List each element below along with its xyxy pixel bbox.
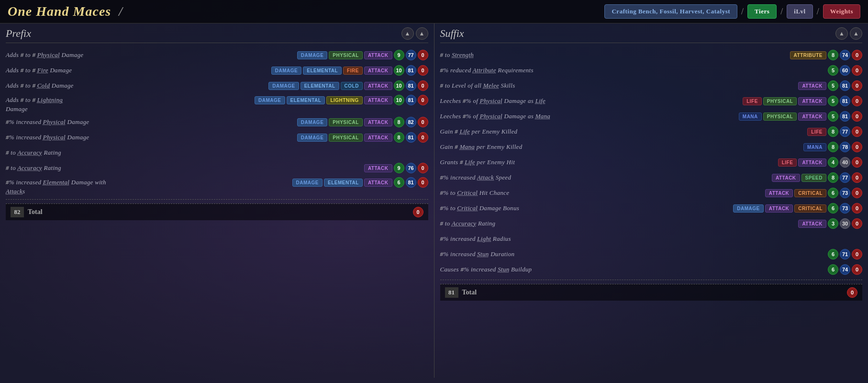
- mod-row[interactable]: # to Strength ATTRIBUTE 8740: [440, 48, 863, 62]
- tier-circle: 5: [828, 65, 838, 76]
- ilvl-circle: 40: [840, 157, 850, 168]
- tag-elemental: ELEMENTAL: [324, 179, 363, 187]
- mod-tags: DAMAGEELEMENTALLIGHTNINGATTACK: [255, 96, 392, 104]
- mod-name: # to Strength: [440, 51, 786, 59]
- mod-row[interactable]: Adds # to # Cold Damage DAMAGEELEMENTALC…: [6, 79, 428, 93]
- mod-row[interactable]: Causes #% increased Stun Buildup 6740: [440, 262, 863, 277]
- mod-name: #% increased Light Radius: [440, 235, 859, 243]
- zero-circle: 0: [852, 172, 862, 183]
- mod-row[interactable]: # to Accuracy Rating ATTACK 9760: [6, 161, 428, 175]
- mod-tags: LIFEPHYSICALATTACK: [743, 97, 826, 105]
- crafting-button[interactable]: Crafting Bench, Fossil, Harvest, Catalys…: [604, 4, 737, 19]
- tag-mana: MANA: [803, 143, 826, 151]
- mod-name: Gain # Mana per Enemy Killed: [440, 143, 800, 151]
- tag-attack: ATTACK: [798, 158, 826, 167]
- mod-row[interactable]: #% to Critical Damage Bonus DAMAGEATTACK…: [440, 201, 863, 215]
- tag-speed: SPEED: [801, 174, 826, 182]
- zero-circle: 0: [852, 249, 862, 259]
- mod-row[interactable]: #% increased Elemental Damage with DAMAG…: [6, 176, 428, 196]
- tag-damage: DAMAGE: [297, 118, 327, 126]
- mod-name: # to Level of all Melee Skills: [440, 82, 795, 90]
- mod-row[interactable]: Gain # Life per Enemy Killed LIFE 8770: [440, 124, 863, 139]
- zero-circle: 0: [852, 142, 862, 152]
- mod-row[interactable]: # to Accuracy Rating: [6, 146, 428, 160]
- zero-circle: 0: [418, 50, 428, 60]
- ilvl-circle: 73: [840, 188, 850, 198]
- sort-down-arrow[interactable]: ▲: [416, 27, 428, 40]
- zero-circle: 0: [852, 96, 862, 106]
- tag-elemental: ELEMENTAL: [287, 96, 325, 104]
- mod-row[interactable]: Adds # to # Lightning DAMAGEELEMENTALLIG…: [6, 94, 428, 114]
- tag-damage: DAMAGE: [733, 204, 763, 213]
- tag-damage: DAMAGE: [268, 82, 299, 90]
- tier-circle: 6: [828, 249, 838, 259]
- mod-tags: DAMAGEATTACKCRITICAL: [733, 204, 826, 213]
- tag-damage: DAMAGE: [255, 96, 285, 104]
- zero-circle: 0: [418, 117, 428, 127]
- zero-circle: 0: [418, 80, 428, 91]
- tier-circle: 8: [828, 126, 838, 137]
- mod-row[interactable]: #% increased Light Radius: [440, 232, 863, 246]
- sep3: /: [817, 7, 819, 17]
- mod-row[interactable]: Grants # Life per Enemy Hit LIFEATTACK 4…: [440, 155, 863, 169]
- mod-tags: DAMAGEPHYSICALATTACK: [297, 51, 392, 59]
- zero-circle: 0: [852, 188, 862, 198]
- tag-attack: ATTACK: [765, 189, 793, 197]
- zero-circle: 0: [418, 95, 428, 105]
- mod-tags: MANA: [803, 143, 826, 151]
- main-content: Prefix ▲ ▲ Adds # to # Physical Damage D…: [0, 23, 868, 378]
- weights-button[interactable]: Weights: [823, 4, 860, 19]
- mod-row[interactable]: #% reduced Attribute Requirements 5600: [440, 63, 863, 78]
- mod-row[interactable]: #% increased Attack Speed ATTACKSPEED 87…: [440, 170, 863, 185]
- mod-row[interactable]: Leeches #% of Physical Damage as Mana MA…: [440, 109, 863, 124]
- mod-row[interactable]: Leeches #% of Physical Damage as Life LI…: [440, 94, 863, 108]
- sort-up-arrow[interactable]: ▲: [835, 27, 848, 40]
- tag-attack: ATTACK: [364, 164, 392, 172]
- tag-physical: PHYSICAL: [329, 118, 363, 126]
- mod-name: Grants # Life per Enemy Hit: [440, 158, 774, 166]
- sort-arrows: ▲ ▲: [835, 27, 862, 40]
- tag-attack: ATTACK: [364, 118, 392, 126]
- zero-circle: 0: [418, 65, 428, 76]
- prefix-panel: Prefix ▲ ▲ Adds # to # Physical Damage D…: [0, 23, 434, 378]
- tag-attack: ATTACK: [798, 113, 826, 121]
- ilvl-circle: 76: [406, 163, 416, 173]
- mod-row[interactable]: #% to Critical Hit Chance ATTACKCRITICAL…: [440, 186, 863, 200]
- mod-row[interactable]: Adds # to # Fire Damage DAMAGEELEMENTALF…: [6, 63, 428, 78]
- mod-row[interactable]: # to Level of all Melee Skills ATTACK 58…: [440, 79, 863, 93]
- header: One Hand Maces / Crafting Bench, Fossil,…: [0, 0, 868, 23]
- ilvl-circle: 74: [840, 50, 850, 60]
- sort-down-arrow[interactable]: ▲: [850, 27, 862, 40]
- tier-circle: 6: [828, 203, 838, 214]
- mod-row[interactable]: #% increased Physical Damage DAMAGEPHYSI…: [6, 115, 428, 129]
- mod-row[interactable]: #% increased Physical Damage DAMAGEPHYSI…: [6, 130, 428, 145]
- tag-attack: ATTACK: [798, 97, 826, 105]
- mod-row-line2: Damage: [6, 105, 428, 113]
- tag-physical: PHYSICAL: [329, 134, 363, 142]
- ilvl-button[interactable]: iLvl: [787, 4, 812, 19]
- mod-row[interactable]: #% increased Stun Duration 6710: [440, 247, 863, 261]
- tag-damage: DAMAGE: [271, 67, 301, 75]
- sort-up-arrow[interactable]: ▲: [401, 27, 414, 40]
- tag-attack: ATTACK: [364, 179, 392, 187]
- mod-row[interactable]: # to Accuracy Rating ATTACK 3300: [440, 216, 863, 231]
- tag-attack: ATTACK: [798, 220, 826, 228]
- ilvl-circle: 74: [840, 264, 850, 275]
- ilvl-circle: 30: [840, 218, 850, 229]
- tiers-button[interactable]: Tiers: [747, 4, 777, 19]
- tag-physical: PHYSICAL: [763, 113, 797, 121]
- mod-row[interactable]: Gain # Mana per Enemy Killed MANA 8780: [440, 140, 863, 154]
- tier-circle: 3: [828, 218, 838, 229]
- tag-elemental: ELEMENTAL: [300, 82, 339, 90]
- mod-name: #% increased Elemental Damage with: [6, 179, 289, 186]
- header-buttons: Crafting Bench, Fossil, Harvest, Catalys…: [604, 4, 860, 19]
- mod-row[interactable]: Adds # to # Physical Damage DAMAGEPHYSIC…: [6, 48, 428, 62]
- mod-tags: ATTACK: [364, 164, 392, 172]
- tag-damage: DAMAGE: [297, 134, 327, 142]
- tag-mana: MANA: [739, 113, 762, 121]
- ilvl-circle: 81: [840, 96, 850, 106]
- mod-name: # to Accuracy Rating: [440, 220, 795, 227]
- tier-circle: 8: [394, 132, 404, 143]
- mod-tags: DAMAGEELEMENTALFIREATTACK: [271, 67, 392, 75]
- mod-name: #% increased Attack Speed: [440, 174, 768, 181]
